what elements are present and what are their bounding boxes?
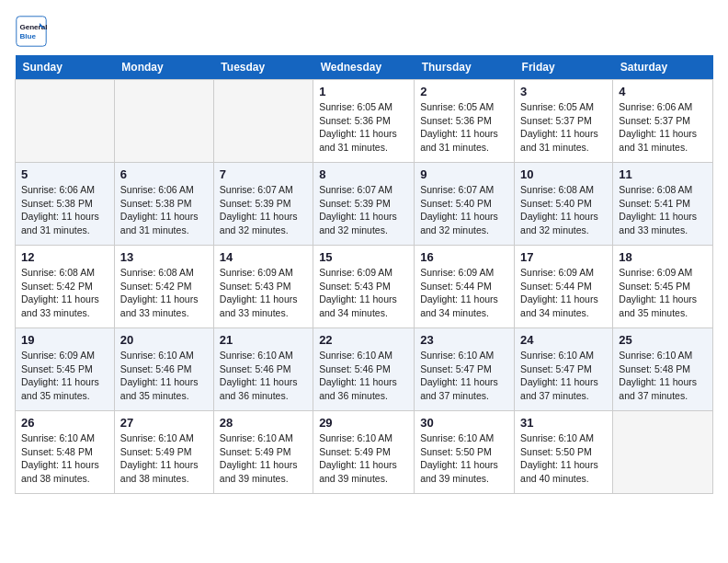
- daylight-text: Daylight: 11 hours: [619, 293, 707, 306]
- sunset-text: Sunset: 5:47 PM: [420, 362, 508, 376]
- daylight-text: Daylight: 11 hours: [319, 458, 408, 472]
- sunrise-text: Sunrise: 6:10 AM: [319, 349, 408, 362]
- daylight-text: Daylight: 11 hours: [21, 293, 108, 306]
- day-number: 4: [619, 85, 707, 98]
- day-number: 1: [319, 85, 408, 98]
- table-cell: 22Sunrise: 6:10 AMSunset: 5:46 PMDayligh…: [313, 328, 415, 411]
- day-number: 7: [220, 167, 307, 181]
- daylight-text: and 31 minutes.: [520, 141, 607, 155]
- table-cell: 29Sunrise: 6:10 AMSunset: 5:49 PMDayligh…: [313, 411, 415, 494]
- daylight-text: Daylight: 11 hours: [619, 375, 707, 389]
- sunrise-text: Sunrise: 6:10 AM: [220, 349, 307, 362]
- table-cell: 30Sunrise: 6:10 AMSunset: 5:50 PMDayligh…: [415, 411, 515, 494]
- daylight-text: and 37 minutes.: [619, 389, 707, 403]
- table-cell: 26Sunrise: 6:10 AMSunset: 5:48 PMDayligh…: [16, 411, 115, 494]
- sunset-text: Sunset: 5:44 PM: [420, 280, 508, 293]
- daylight-text: and 38 minutes.: [120, 472, 208, 486]
- table-cell: 15Sunrise: 6:09 AMSunset: 5:43 PMDayligh…: [313, 246, 415, 328]
- day-number: 27: [120, 416, 208, 430]
- header-monday: Monday: [114, 55, 213, 80]
- sunrise-text: Sunrise: 6:05 AM: [520, 100, 607, 114]
- table-cell: 16Sunrise: 6:09 AMSunset: 5:44 PMDayligh…: [415, 246, 515, 328]
- daylight-text: Daylight: 11 hours: [420, 458, 508, 472]
- sunrise-text: Sunrise: 6:08 AM: [21, 266, 108, 280]
- daylight-text: Daylight: 11 hours: [520, 210, 607, 224]
- sunset-text: Sunset: 5:45 PM: [619, 280, 707, 293]
- sunset-text: Sunset: 5:41 PM: [619, 197, 707, 211]
- daylight-text: and 34 minutes.: [420, 306, 508, 320]
- daylight-text: and 40 minutes.: [520, 472, 607, 486]
- week-row-2: 5Sunrise: 6:06 AMSunset: 5:38 PMDaylight…: [16, 163, 713, 246]
- logo: General Blue: [15, 15, 48, 48]
- sunset-text: Sunset: 5:48 PM: [619, 362, 707, 376]
- sunset-text: Sunset: 5:43 PM: [220, 280, 307, 293]
- sunset-text: Sunset: 5:50 PM: [420, 445, 508, 459]
- day-number: 23: [420, 333, 508, 347]
- sunrise-text: Sunrise: 6:10 AM: [319, 431, 408, 445]
- week-row-3: 12Sunrise: 6:08 AMSunset: 5:42 PMDayligh…: [16, 246, 713, 328]
- day-number: 24: [520, 333, 607, 347]
- sunset-text: Sunset: 5:40 PM: [520, 197, 607, 211]
- table-cell: 23Sunrise: 6:10 AMSunset: 5:47 PMDayligh…: [415, 328, 515, 411]
- sunrise-text: Sunrise: 6:09 AM: [520, 266, 607, 280]
- day-number: 15: [319, 250, 408, 264]
- sunrise-text: Sunrise: 6:05 AM: [420, 100, 508, 114]
- sunset-text: Sunset: 5:49 PM: [319, 445, 408, 459]
- daylight-text: Daylight: 11 hours: [520, 375, 607, 389]
- logo-icon: General Blue: [15, 15, 48, 48]
- daylight-text: Daylight: 11 hours: [120, 210, 208, 224]
- daylight-text: Daylight: 11 hours: [520, 127, 607, 141]
- day-number: 2: [420, 85, 508, 98]
- day-number: 10: [520, 167, 607, 181]
- table-cell: 21Sunrise: 6:10 AMSunset: 5:46 PMDayligh…: [213, 328, 313, 411]
- day-number: 21: [220, 333, 307, 347]
- daylight-text: and 33 minutes.: [21, 306, 108, 320]
- day-number: 17: [520, 250, 607, 264]
- sunset-text: Sunset: 5:44 PM: [520, 280, 607, 293]
- day-number: 12: [21, 250, 108, 264]
- sunrise-text: Sunrise: 6:07 AM: [220, 183, 307, 197]
- table-cell: 5Sunrise: 6:06 AMSunset: 5:38 PMDaylight…: [16, 163, 115, 246]
- sunrise-text: Sunrise: 6:06 AM: [21, 183, 108, 197]
- sunrise-text: Sunrise: 6:10 AM: [520, 431, 607, 445]
- sunrise-text: Sunrise: 6:10 AM: [120, 431, 208, 445]
- daylight-text: and 32 minutes.: [520, 224, 607, 237]
- day-number: 11: [619, 167, 707, 181]
- table-cell: 2Sunrise: 6:05 AMSunset: 5:36 PMDaylight…: [415, 80, 515, 163]
- daylight-text: and 36 minutes.: [220, 389, 307, 403]
- header-wednesday: Wednesday: [313, 55, 415, 80]
- daylight-text: Daylight: 11 hours: [420, 210, 508, 224]
- sunset-text: Sunset: 5:49 PM: [220, 445, 307, 459]
- sunrise-text: Sunrise: 6:09 AM: [21, 349, 108, 362]
- day-number: 29: [319, 416, 408, 430]
- daylight-text: and 33 minutes.: [619, 224, 707, 237]
- table-cell: 12Sunrise: 6:08 AMSunset: 5:42 PMDayligh…: [16, 246, 115, 328]
- sunrise-text: Sunrise: 6:10 AM: [120, 349, 208, 362]
- sunrise-text: Sunrise: 6:06 AM: [120, 183, 208, 197]
- table-cell: 20Sunrise: 6:10 AMSunset: 5:46 PMDayligh…: [114, 328, 213, 411]
- table-cell: 27Sunrise: 6:10 AMSunset: 5:49 PMDayligh…: [114, 411, 213, 494]
- daylight-text: Daylight: 11 hours: [120, 375, 208, 389]
- sunrise-text: Sunrise: 6:10 AM: [220, 431, 307, 445]
- day-number: 9: [420, 167, 508, 181]
- sunrise-text: Sunrise: 6:08 AM: [120, 266, 208, 280]
- day-number: 30: [420, 416, 508, 430]
- sunrise-text: Sunrise: 6:07 AM: [420, 183, 508, 197]
- table-cell: 6Sunrise: 6:06 AMSunset: 5:38 PMDaylight…: [114, 163, 213, 246]
- sunrise-text: Sunrise: 6:08 AM: [619, 183, 707, 197]
- daylight-text: and 31 minutes.: [120, 224, 208, 237]
- daylight-text: and 39 minutes.: [420, 472, 508, 486]
- calendar-header-row: SundayMondayTuesdayWednesdayThursdayFrid…: [16, 55, 713, 80]
- header-friday: Friday: [515, 55, 613, 80]
- daylight-text: Daylight: 11 hours: [420, 127, 508, 141]
- calendar-table: SundayMondayTuesdayWednesdayThursdayFrid…: [15, 55, 713, 494]
- sunset-text: Sunset: 5:40 PM: [420, 197, 508, 211]
- daylight-text: Daylight: 11 hours: [319, 210, 408, 224]
- daylight-text: and 31 minutes.: [319, 141, 408, 155]
- sunset-text: Sunset: 5:50 PM: [520, 445, 607, 459]
- daylight-text: Daylight: 11 hours: [21, 375, 108, 389]
- sunrise-text: Sunrise: 6:07 AM: [319, 183, 408, 197]
- sunset-text: Sunset: 5:46 PM: [120, 362, 208, 376]
- daylight-text: Daylight: 11 hours: [220, 210, 307, 224]
- header-sunday: Sunday: [16, 55, 115, 80]
